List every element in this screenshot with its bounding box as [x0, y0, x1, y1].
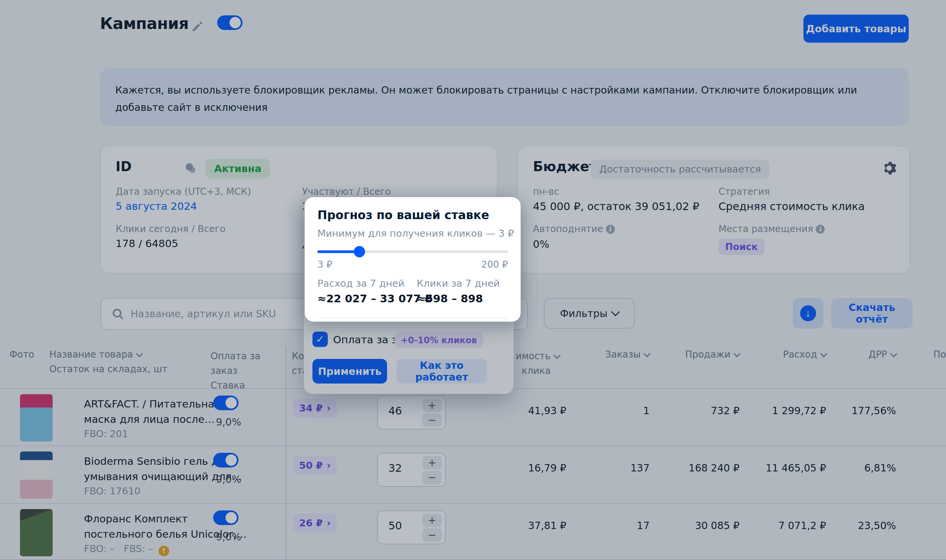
chevron-right-icon: ›	[327, 460, 331, 471]
table-row[interactable]: ART&FACT. / Питательнаямаска для лица по…	[0, 388, 946, 446]
placement-badge: Поиск	[718, 239, 764, 255]
col-truncated: По	[933, 349, 946, 360]
schedule-label: пн-вс	[533, 186, 559, 197]
product-image	[20, 451, 52, 499]
launch-date-value[interactable]: 5 августа 2024	[116, 200, 197, 212]
sort-chevron-icon	[136, 350, 143, 357]
cpc-value: 16,79 ₽	[528, 462, 566, 474]
product-stock: FBO: 201	[84, 428, 128, 440]
apply-button[interactable]: Применить	[313, 359, 387, 383]
launch-date-label: Дата запуска (UTC+3, МСК)	[116, 186, 251, 197]
table-row[interactable]: Bioderma Sensibio гель дляумывания очища…	[0, 445, 946, 503]
sort-chevron-icon	[890, 350, 897, 357]
toggle-knob	[225, 512, 237, 523]
download-report-button[interactable]: Скачать отчёт	[831, 298, 913, 329]
sort-chevron-icon	[554, 352, 561, 359]
increment-button[interactable]: +	[422, 456, 442, 469]
copy-icon[interactable]	[183, 161, 198, 175]
toggle-knob	[225, 454, 237, 466]
adblock-banner-text: Кажется, вы используете блокировщик рекл…	[115, 82, 868, 116]
toggle-knob	[225, 397, 237, 409]
info-icon[interactable]: i	[606, 225, 615, 234]
bid-forecast-popover: Прогноз по вашей ставке Минимум для полу…	[305, 197, 521, 322]
bid-input[interactable]	[388, 519, 416, 532]
drr-value: 6,81%	[864, 462, 896, 474]
how-it-works-button[interactable]: Как это работает	[396, 359, 487, 383]
col-orders[interactable]: Заказы	[605, 349, 650, 360]
campaign-page: Кампания Добавить товары Кажется, вы исп…	[0, 0, 946, 560]
adblock-banner: Кажется, вы используете блокировщик рекл…	[100, 68, 909, 126]
competitive-bid-chip[interactable]: 26 ₽›	[293, 514, 337, 532]
strategy-value: Средняя стоимость клика	[718, 200, 865, 213]
page-title: Кампания	[100, 14, 188, 32]
bid-stepper: + −	[377, 395, 446, 429]
spend-value: 11 465,05 ₽	[766, 462, 826, 474]
placement-label: Места размещенияi	[718, 223, 825, 234]
spend-value: 7 071,2 ₽	[778, 520, 826, 531]
product-image	[20, 394, 52, 442]
decrement-button[interactable]: −	[422, 528, 442, 542]
campaign-toggle[interactable]	[217, 15, 242, 30]
clicks-7d-label: Клики за 7 дней	[417, 278, 500, 289]
toggle-knob	[230, 17, 241, 28]
budget-status-badge: Достаточность рассчитывается	[590, 160, 769, 179]
pay-per-order-checkbox[interactable]: ✓	[313, 332, 328, 347]
cpc-value: 41,93 ₽	[528, 405, 566, 417]
bid-stepper: + −	[377, 511, 446, 545]
slider-thumb[interactable]	[354, 246, 365, 257]
pay-per-order-rate: 9,0%	[216, 416, 241, 428]
bid-slider[interactable]	[317, 250, 508, 253]
competitive-bid-chip[interactable]: 34 ₽›	[293, 399, 337, 417]
autoraise-value: 0%	[533, 238, 549, 250]
id-card-title: ID	[116, 159, 132, 174]
autoraise-label: Автоподнятиеi	[533, 223, 615, 234]
col-name[interactable]: Название товара	[49, 349, 142, 360]
budget-card-title: Бюджет	[533, 159, 597, 174]
chevron-right-icon: ›	[327, 402, 331, 414]
download-arrow-icon: ↓	[800, 305, 816, 321]
decrement-button[interactable]: −	[422, 471, 442, 484]
clicks-today-value: 178 / 64805	[116, 237, 178, 249]
info-icon[interactable]: i	[816, 225, 825, 234]
edit-pencil-icon[interactable]	[190, 19, 205, 34]
filters-button[interactable]: Фильтры	[544, 298, 635, 329]
forecast-divider	[317, 318, 508, 318]
product-name[interactable]: ART&FACT. / Питательнаямаска для лица по…	[84, 396, 220, 427]
add-products-button[interactable]: Добавить товары	[803, 15, 909, 43]
pay-per-order-rate: 9,0%	[216, 474, 241, 485]
increment-button[interactable]: +	[422, 399, 442, 412]
orders-value: 137	[630, 462, 650, 474]
product-image	[20, 509, 52, 556]
col-pay-per-order: Оплата за заказ Ставка	[211, 349, 260, 393]
decrement-button[interactable]: −	[422, 414, 442, 427]
clicks-7d-value: ≈598 – 898	[417, 292, 483, 305]
col-cpc-fragment[interactable]: имость клика	[516, 349, 559, 378]
product-stock: FBO: 17610	[84, 485, 140, 497]
pay-per-order-rate: 9,0%	[216, 531, 241, 543]
bid-input[interactable]	[388, 462, 416, 475]
col-spend[interactable]: Расход	[783, 349, 826, 360]
status-badge: Активна	[205, 159, 270, 178]
sort-chevron-icon	[820, 350, 827, 357]
chevron-down-icon	[611, 307, 620, 316]
download-icon-button[interactable]: ↓	[793, 298, 823, 329]
pay-per-order-toggle[interactable]	[213, 511, 239, 525]
bid-input[interactable]	[388, 404, 416, 417]
pay-per-order-toggle[interactable]	[213, 395, 239, 410]
product-stock: FBO: – FBS: –!	[84, 543, 169, 556]
sales-value: 168 240 ₽	[689, 462, 740, 474]
warning-icon[interactable]: !	[159, 546, 169, 556]
col-drr[interactable]: ДРР	[868, 349, 896, 360]
col-sales[interactable]: Продажи	[685, 349, 740, 360]
spend-7d-label: Расход за 7 дней	[317, 278, 404, 289]
slider-min-label: 3 ₽	[317, 259, 333, 270]
pay-per-order-toggle[interactable]	[213, 453, 239, 468]
competitive-bid-chip[interactable]: 50 ₽›	[293, 456, 337, 475]
participate-label: Участвуют / Всего	[302, 186, 391, 197]
budget-card: Бюджет Достаточность рассчитывается пн-в…	[517, 146, 910, 274]
orders-value: 17	[637, 520, 650, 531]
increment-button[interactable]: +	[422, 514, 442, 527]
gear-icon[interactable]	[881, 160, 897, 176]
table-row[interactable]: Флоранс Комплектпостельного белья Unicol…	[0, 503, 946, 560]
forecast-subtitle: Минимум для получения кликов — 3 ₽	[317, 228, 514, 239]
